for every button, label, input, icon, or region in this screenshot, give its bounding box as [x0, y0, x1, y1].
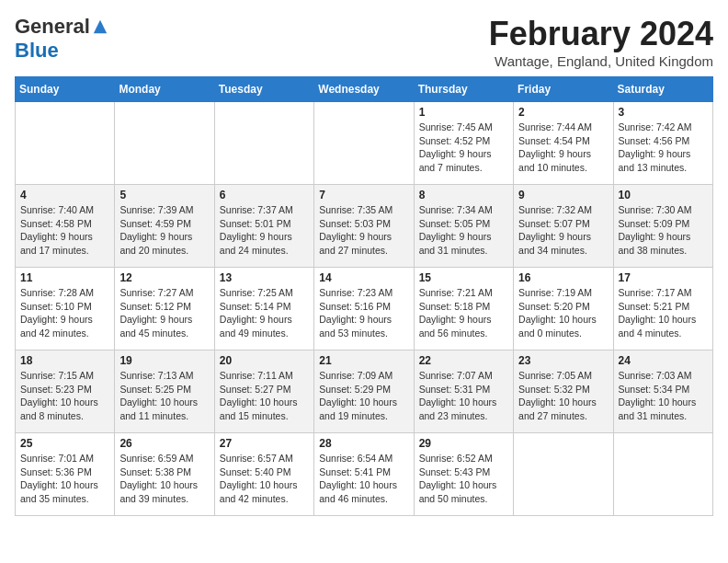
day-info: Sunrise: 7:30 AMSunset: 5:09 PMDaylight:…	[619, 203, 708, 258]
day-number: 2	[518, 106, 608, 119]
calendar-cell: 18Sunrise: 7:15 AMSunset: 5:23 PMDayligh…	[16, 350, 115, 433]
day-number: 4	[20, 189, 109, 201]
day-number: 10	[619, 189, 708, 201]
day-info: Sunrise: 7:32 AMSunset: 5:07 PMDaylight:…	[518, 203, 608, 258]
day-number: 19	[119, 354, 209, 367]
day-number: 15	[419, 271, 508, 284]
calendar-cell: 14Sunrise: 7:23 AMSunset: 5:16 PMDayligh…	[314, 268, 414, 350]
day-info: Sunrise: 7:37 AMSunset: 5:01 PMDaylight:…	[220, 203, 309, 258]
weekday-header-friday: Friday	[514, 77, 613, 102]
calendar-cell	[514, 433, 613, 516]
day-number: 16	[518, 271, 608, 284]
weekday-header-tuesday: Tuesday	[214, 77, 313, 102]
day-info: Sunrise: 7:23 AMSunset: 5:16 PMDaylight:…	[319, 286, 408, 340]
day-info: Sunrise: 6:52 AMSunset: 5:43 PMDaylight:…	[419, 452, 508, 506]
day-info: Sunrise: 7:25 AMSunset: 5:14 PMDaylight:…	[220, 286, 309, 340]
weekday-header-monday: Monday	[115, 77, 214, 102]
day-info: Sunrise: 7:13 AMSunset: 5:25 PMDaylight:…	[119, 369, 209, 423]
calendar-cell: 9Sunrise: 7:32 AMSunset: 5:07 PMDaylight…	[514, 185, 613, 268]
calendar-cell: 24Sunrise: 7:03 AMSunset: 5:34 PMDayligh…	[613, 350, 712, 433]
day-number: 20	[220, 354, 309, 367]
calendar-cell: 25Sunrise: 7:01 AMSunset: 5:36 PMDayligh…	[16, 433, 115, 516]
calendar-cell: 22Sunrise: 7:07 AMSunset: 5:31 PMDayligh…	[414, 350, 513, 433]
day-info: Sunrise: 7:09 AMSunset: 5:29 PMDaylight:…	[319, 369, 408, 423]
calendar-cell: 11Sunrise: 7:28 AMSunset: 5:10 PMDayligh…	[16, 268, 115, 350]
day-info: Sunrise: 7:39 AMSunset: 4:59 PMDaylight:…	[119, 203, 209, 258]
day-info: Sunrise: 6:54 AMSunset: 5:41 PMDaylight:…	[319, 452, 408, 506]
calendar-cell: 7Sunrise: 7:35 AMSunset: 5:03 PMDaylight…	[314, 185, 414, 268]
calendar-cell: 19Sunrise: 7:13 AMSunset: 5:25 PMDayligh…	[115, 350, 214, 433]
calendar-cell: 1Sunrise: 7:45 AMSunset: 4:52 PMDaylight…	[414, 102, 513, 185]
calendar-cell	[115, 102, 214, 185]
weekday-header-saturday: Saturday	[613, 77, 712, 102]
calendar-cell: 21Sunrise: 7:09 AMSunset: 5:29 PMDayligh…	[314, 350, 414, 433]
day-number: 22	[419, 354, 508, 367]
calendar-cell	[613, 433, 712, 516]
day-number: 6	[220, 189, 309, 201]
svg-marker-0	[94, 20, 107, 33]
logo-icon	[92, 18, 108, 35]
calendar-cell: 23Sunrise: 7:05 AMSunset: 5:32 PMDayligh…	[514, 350, 613, 433]
day-number: 29	[419, 437, 508, 450]
day-info: Sunrise: 7:11 AMSunset: 5:27 PMDaylight:…	[220, 369, 309, 423]
calendar-cell: 8Sunrise: 7:34 AMSunset: 5:05 PMDaylight…	[414, 185, 513, 268]
calendar-cell: 20Sunrise: 7:11 AMSunset: 5:27 PMDayligh…	[214, 350, 313, 433]
day-number: 27	[220, 437, 309, 450]
day-number: 11	[20, 271, 109, 284]
day-number: 5	[119, 189, 209, 201]
day-number: 25	[20, 437, 109, 450]
day-info: Sunrise: 7:44 AMSunset: 4:54 PMDaylight:…	[518, 121, 608, 175]
day-info: Sunrise: 7:19 AMSunset: 5:20 PMDaylight:…	[518, 286, 608, 340]
day-info: Sunrise: 7:35 AMSunset: 5:03 PMDaylight:…	[319, 203, 408, 258]
day-info: Sunrise: 6:57 AMSunset: 5:40 PMDaylight:…	[220, 452, 309, 506]
day-number: 1	[419, 106, 508, 119]
day-number: 23	[518, 354, 608, 367]
day-info: Sunrise: 7:28 AMSunset: 5:10 PMDaylight:…	[20, 286, 109, 340]
day-info: Sunrise: 7:34 AMSunset: 5:05 PMDaylight:…	[419, 203, 508, 258]
day-number: 17	[619, 271, 708, 284]
calendar-cell: 5Sunrise: 7:39 AMSunset: 4:59 PMDaylight…	[115, 185, 214, 268]
location: Wantage, England, United Kingdom	[489, 53, 713, 69]
calendar-cell: 4Sunrise: 7:40 AMSunset: 4:58 PMDaylight…	[16, 185, 115, 268]
calendar-cell: 2Sunrise: 7:44 AMSunset: 4:54 PMDaylight…	[514, 102, 613, 185]
day-number: 9	[518, 189, 608, 201]
day-number: 8	[419, 189, 508, 201]
calendar-cell: 15Sunrise: 7:21 AMSunset: 5:18 PMDayligh…	[414, 268, 513, 350]
calendar-cell: 28Sunrise: 6:54 AMSunset: 5:41 PMDayligh…	[314, 433, 414, 516]
day-number: 14	[319, 271, 408, 284]
logo: General Blue	[15, 15, 108, 63]
day-info: Sunrise: 7:03 AMSunset: 5:34 PMDaylight:…	[619, 369, 708, 423]
day-info: Sunrise: 7:21 AMSunset: 5:18 PMDaylight:…	[419, 286, 508, 340]
calendar-cell: 6Sunrise: 7:37 AMSunset: 5:01 PMDaylight…	[214, 185, 313, 268]
calendar-cell	[314, 102, 414, 185]
day-number: 26	[119, 437, 209, 450]
calendar-cell: 26Sunrise: 6:59 AMSunset: 5:38 PMDayligh…	[115, 433, 214, 516]
day-info: Sunrise: 7:42 AMSunset: 4:56 PMDaylight:…	[619, 121, 708, 175]
day-info: Sunrise: 7:45 AMSunset: 4:52 PMDaylight:…	[419, 121, 508, 175]
calendar: SundayMondayTuesdayWednesdayThursdayFrid…	[15, 76, 713, 516]
calendar-cell: 29Sunrise: 6:52 AMSunset: 5:43 PMDayligh…	[414, 433, 513, 516]
day-info: Sunrise: 6:59 AMSunset: 5:38 PMDaylight:…	[119, 452, 209, 506]
day-info: Sunrise: 7:27 AMSunset: 5:12 PMDaylight:…	[119, 286, 209, 340]
day-number: 13	[220, 271, 309, 284]
calendar-cell: 16Sunrise: 7:19 AMSunset: 5:20 PMDayligh…	[514, 268, 613, 350]
day-info: Sunrise: 7:07 AMSunset: 5:31 PMDaylight:…	[419, 369, 508, 423]
day-number: 12	[119, 271, 209, 284]
day-number: 18	[20, 354, 109, 367]
weekday-header-thursday: Thursday	[414, 77, 513, 102]
day-number: 3	[619, 106, 708, 119]
title-block: February 2024 Wantage, England, United K…	[489, 15, 713, 69]
calendar-cell: 27Sunrise: 6:57 AMSunset: 5:40 PMDayligh…	[214, 433, 313, 516]
day-number: 21	[319, 354, 408, 367]
weekday-header-wednesday: Wednesday	[314, 77, 414, 102]
calendar-cell: 10Sunrise: 7:30 AMSunset: 5:09 PMDayligh…	[613, 185, 712, 268]
logo-blue-text: Blue	[15, 39, 108, 63]
day-info: Sunrise: 7:05 AMSunset: 5:32 PMDaylight:…	[518, 369, 608, 423]
calendar-cell: 12Sunrise: 7:27 AMSunset: 5:12 PMDayligh…	[115, 268, 214, 350]
month-title: February 2024	[489, 15, 713, 53]
day-number: 7	[319, 189, 408, 201]
calendar-cell	[214, 102, 313, 185]
calendar-cell: 3Sunrise: 7:42 AMSunset: 4:56 PMDaylight…	[613, 102, 712, 185]
calendar-cell: 13Sunrise: 7:25 AMSunset: 5:14 PMDayligh…	[214, 268, 313, 350]
weekday-header-sunday: Sunday	[16, 77, 115, 102]
